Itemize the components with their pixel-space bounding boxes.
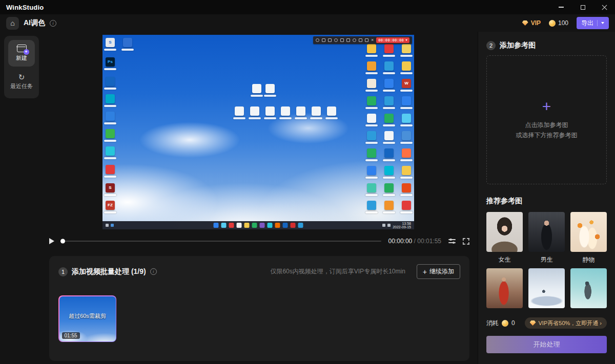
- add-more-button[interactable]: + 继续添加: [417, 264, 460, 279]
- reference-panel: 2 添加参考图 + 点击添加参考图 或选择下方推荐参考图 推荐参考图 女生 男生…: [478, 32, 615, 364]
- play-button[interactable]: [49, 238, 54, 244]
- progress-track[interactable]: [61, 241, 381, 242]
- desktop-icon: [402, 131, 411, 140]
- recorder-toolbar-icon: [340, 38, 344, 42]
- desktop-icon: [384, 148, 394, 158]
- desktop-icon: [367, 79, 376, 88]
- gem-icon: [522, 20, 528, 26]
- desktop-icon: [367, 166, 376, 175]
- desktop-icon: [384, 79, 394, 88]
- taskbar-tray: 13:58 2022-09-15: [382, 222, 411, 229]
- sidebar: 新建 ↻ 最近任务: [4, 36, 39, 98]
- vip-label: VIP: [531, 19, 541, 27]
- desktop-icon: [384, 114, 394, 123]
- info-icon[interactable]: i: [50, 20, 56, 27]
- desktop-icon: [402, 148, 411, 158]
- desktop-icon: S: [106, 38, 115, 47]
- reference-thumb-red-dress[interactable]: [486, 268, 523, 308]
- taskbar-icon: [214, 223, 219, 228]
- vip-badge[interactable]: VIP: [522, 19, 541, 27]
- desktop-icon: [265, 84, 275, 93]
- reference-label: 女生: [486, 255, 523, 264]
- reference-thumb-still-life[interactable]: [570, 212, 607, 252]
- recorder-toolbar-icon: [328, 38, 332, 42]
- player-controls: 00:00:00 / 00:01:55: [49, 234, 469, 248]
- taskbar-icon: [291, 223, 296, 228]
- desktop-icon: [367, 96, 376, 105]
- desktop-icon: [367, 114, 376, 123]
- reference-label: 男生: [528, 255, 565, 264]
- vip-promo-pill[interactable]: VIP再省50%，立即开通 ›: [525, 317, 607, 329]
- gem-icon: [530, 320, 536, 326]
- coin-value: 100: [558, 19, 568, 27]
- desktop-icon: [367, 44, 376, 53]
- video-preview: SPsSFZW × 00:00:00:00 13:58 2022-09-15: [102, 35, 414, 229]
- export-separator: [597, 20, 598, 26]
- add-reference-dropzone[interactable]: + 点击添加参考图 或选择下方推荐参考图: [486, 55, 607, 184]
- reference-thumb-reaching[interactable]: [570, 268, 607, 308]
- reference-thumb-boy[interactable]: [528, 212, 565, 252]
- taskbar-icon: [283, 223, 288, 228]
- desktop-icon: S: [106, 183, 115, 192]
- export-button[interactable]: 导出: [577, 17, 609, 29]
- sidebar-item-new[interactable]: 新建: [8, 40, 35, 67]
- home-button[interactable]: ⌂: [6, 17, 19, 30]
- desktop-icon: [265, 106, 275, 116]
- close-icon: [602, 5, 607, 10]
- reference-thumb-snow[interactable]: [528, 268, 565, 308]
- taskbar-date: 2022-09-15: [393, 225, 411, 229]
- screen-recorder-toolbar: × 00:00:00:00: [313, 36, 412, 44]
- desktop-icon: [106, 129, 115, 138]
- taskbar-search-icon: [111, 224, 114, 227]
- video-clip-thumbnail[interactable]: 超过60s需裁剪 01:55: [58, 295, 116, 342]
- coin-counter[interactable]: 100: [549, 19, 568, 27]
- desktop-icon: [402, 201, 411, 210]
- taskbar-icon: [221, 223, 227, 228]
- desktop-icon: [402, 183, 411, 192]
- coin-icon: [502, 320, 508, 327]
- recommended-title: 推荐参考图: [486, 197, 607, 206]
- upload-hint: 点击添加参考图 或选择下方推荐参考图: [516, 120, 578, 141]
- new-project-icon: [17, 45, 27, 52]
- reference-grid: 女生 男生 静物: [486, 212, 607, 308]
- info-icon[interactable]: i: [150, 268, 157, 275]
- desktop-icon: [106, 112, 115, 121]
- clip-image: 超过60s需裁剪 01:55: [59, 296, 116, 341]
- progress-knob[interactable]: [60, 239, 65, 244]
- desktop-icon: Ps: [106, 57, 115, 67]
- desktop-icon: [384, 166, 394, 175]
- start-processing-button[interactable]: 开始处理: [486, 336, 607, 353]
- upload-hint-line1: 点击添加参考图: [516, 120, 578, 131]
- desktop-icon: [402, 44, 411, 53]
- taskbar-icon: [298, 223, 303, 228]
- sidebar-item-recent-tasks[interactable]: ↻ 最近任务: [4, 73, 39, 90]
- add-more-label: 继续添加: [429, 267, 454, 276]
- recorder-timer: 00:00:00:00: [376, 37, 409, 43]
- desktop-icon: [106, 165, 115, 174]
- step-2-badge: 2: [486, 41, 496, 50]
- desktop-icon: [384, 96, 394, 105]
- adjust-icon[interactable]: [448, 238, 456, 244]
- app-logo: WinkStudio: [6, 4, 44, 11]
- new-project-label: 新建: [16, 54, 27, 62]
- reference-thumb-girl[interactable]: [486, 212, 523, 252]
- recorder-toolbar-icon: [322, 38, 325, 42]
- recorder-toolbar-icon: [359, 38, 362, 42]
- minimize-button[interactable]: [550, 0, 572, 14]
- maximize-button[interactable]: [572, 0, 593, 14]
- desktop-icon: [384, 61, 394, 71]
- taskbar-icon: [244, 223, 250, 228]
- step-1-badge: 1: [58, 267, 68, 276]
- vip-promo-text: VIP再省50%，立即开通 ›: [539, 319, 602, 327]
- fullscreen-icon[interactable]: [463, 238, 469, 245]
- desktop-icon: [312, 106, 321, 116]
- plus-icon: +: [423, 269, 427, 275]
- reference-label: 静物: [570, 255, 607, 264]
- close-button[interactable]: [593, 0, 615, 14]
- batch-panel-title: 添加视频批量处理 (1/9): [72, 267, 146, 276]
- taskbar-widget-icon: [106, 224, 109, 227]
- window-controls: [550, 0, 615, 14]
- desktop-icon: [235, 106, 244, 116]
- tray-icon: [382, 224, 385, 227]
- taskbar-left-icons: [106, 224, 114, 227]
